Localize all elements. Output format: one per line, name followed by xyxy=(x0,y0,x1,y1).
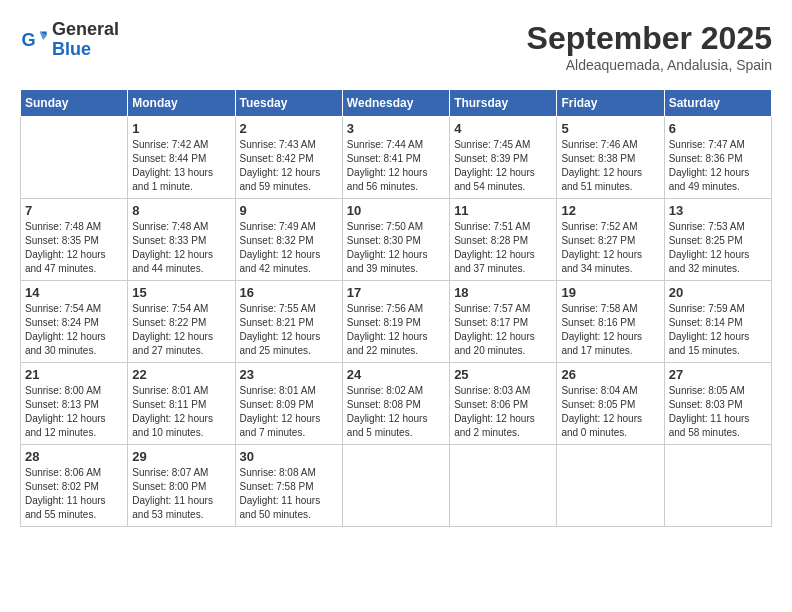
day-number: 22 xyxy=(132,367,230,382)
calendar-week-row: 14Sunrise: 7:54 AM Sunset: 8:24 PM Dayli… xyxy=(21,281,772,363)
calendar-cell: 27Sunrise: 8:05 AM Sunset: 8:03 PM Dayli… xyxy=(664,363,771,445)
calendar-cell xyxy=(557,445,664,527)
calendar-cell: 10Sunrise: 7:50 AM Sunset: 8:30 PM Dayli… xyxy=(342,199,449,281)
page-header: G General Blue September 2025 Aldeaquema… xyxy=(20,20,772,73)
weekday-header-row: SundayMondayTuesdayWednesdayThursdayFrid… xyxy=(21,90,772,117)
day-number: 9 xyxy=(240,203,338,218)
day-info: Sunrise: 7:47 AM Sunset: 8:36 PM Dayligh… xyxy=(669,138,767,194)
calendar-cell xyxy=(342,445,449,527)
logo-blue: Blue xyxy=(52,40,119,60)
day-info: Sunrise: 7:44 AM Sunset: 8:41 PM Dayligh… xyxy=(347,138,445,194)
day-number: 7 xyxy=(25,203,123,218)
day-number: 10 xyxy=(347,203,445,218)
weekday-header: Tuesday xyxy=(235,90,342,117)
day-number: 8 xyxy=(132,203,230,218)
day-number: 4 xyxy=(454,121,552,136)
logo: G General Blue xyxy=(20,20,119,60)
calendar-week-row: 21Sunrise: 8:00 AM Sunset: 8:13 PM Dayli… xyxy=(21,363,772,445)
day-info: Sunrise: 7:42 AM Sunset: 8:44 PM Dayligh… xyxy=(132,138,230,194)
day-number: 11 xyxy=(454,203,552,218)
day-number: 28 xyxy=(25,449,123,464)
calendar-cell xyxy=(450,445,557,527)
calendar-cell: 7Sunrise: 7:48 AM Sunset: 8:35 PM Daylig… xyxy=(21,199,128,281)
calendar-cell: 5Sunrise: 7:46 AM Sunset: 8:38 PM Daylig… xyxy=(557,117,664,199)
calendar-cell: 12Sunrise: 7:52 AM Sunset: 8:27 PM Dayli… xyxy=(557,199,664,281)
day-number: 16 xyxy=(240,285,338,300)
day-number: 17 xyxy=(347,285,445,300)
calendar-cell: 4Sunrise: 7:45 AM Sunset: 8:39 PM Daylig… xyxy=(450,117,557,199)
day-number: 5 xyxy=(561,121,659,136)
calendar-cell: 23Sunrise: 8:01 AM Sunset: 8:09 PM Dayli… xyxy=(235,363,342,445)
calendar-cell: 13Sunrise: 7:53 AM Sunset: 8:25 PM Dayli… xyxy=(664,199,771,281)
day-info: Sunrise: 8:05 AM Sunset: 8:03 PM Dayligh… xyxy=(669,384,767,440)
weekday-header: Saturday xyxy=(664,90,771,117)
calendar-cell: 14Sunrise: 7:54 AM Sunset: 8:24 PM Dayli… xyxy=(21,281,128,363)
day-info: Sunrise: 7:45 AM Sunset: 8:39 PM Dayligh… xyxy=(454,138,552,194)
day-info: Sunrise: 7:50 AM Sunset: 8:30 PM Dayligh… xyxy=(347,220,445,276)
logo-text: General Blue xyxy=(52,20,119,60)
calendar-cell: 25Sunrise: 8:03 AM Sunset: 8:06 PM Dayli… xyxy=(450,363,557,445)
logo-icon: G xyxy=(20,26,48,54)
calendar-cell: 6Sunrise: 7:47 AM Sunset: 8:36 PM Daylig… xyxy=(664,117,771,199)
calendar-cell: 22Sunrise: 8:01 AM Sunset: 8:11 PM Dayli… xyxy=(128,363,235,445)
calendar-cell: 19Sunrise: 7:58 AM Sunset: 8:16 PM Dayli… xyxy=(557,281,664,363)
day-info: Sunrise: 8:08 AM Sunset: 7:58 PM Dayligh… xyxy=(240,466,338,522)
title-block: September 2025 Aldeaquemada, Andalusia, … xyxy=(527,20,772,73)
logo-general: General xyxy=(52,20,119,40)
day-number: 26 xyxy=(561,367,659,382)
day-number: 12 xyxy=(561,203,659,218)
month-title: September 2025 xyxy=(527,20,772,57)
calendar: SundayMondayTuesdayWednesdayThursdayFrid… xyxy=(20,89,772,527)
calendar-cell: 21Sunrise: 8:00 AM Sunset: 8:13 PM Dayli… xyxy=(21,363,128,445)
day-info: Sunrise: 7:46 AM Sunset: 8:38 PM Dayligh… xyxy=(561,138,659,194)
calendar-cell: 9Sunrise: 7:49 AM Sunset: 8:32 PM Daylig… xyxy=(235,199,342,281)
calendar-cell: 26Sunrise: 8:04 AM Sunset: 8:05 PM Dayli… xyxy=(557,363,664,445)
day-info: Sunrise: 7:49 AM Sunset: 8:32 PM Dayligh… xyxy=(240,220,338,276)
calendar-cell xyxy=(664,445,771,527)
calendar-cell: 1Sunrise: 7:42 AM Sunset: 8:44 PM Daylig… xyxy=(128,117,235,199)
day-info: Sunrise: 7:55 AM Sunset: 8:21 PM Dayligh… xyxy=(240,302,338,358)
day-info: Sunrise: 8:03 AM Sunset: 8:06 PM Dayligh… xyxy=(454,384,552,440)
weekday-header: Sunday xyxy=(21,90,128,117)
day-number: 21 xyxy=(25,367,123,382)
day-number: 29 xyxy=(132,449,230,464)
day-number: 6 xyxy=(669,121,767,136)
calendar-cell: 29Sunrise: 8:07 AM Sunset: 8:00 PM Dayli… xyxy=(128,445,235,527)
day-number: 15 xyxy=(132,285,230,300)
calendar-week-row: 28Sunrise: 8:06 AM Sunset: 8:02 PM Dayli… xyxy=(21,445,772,527)
calendar-cell: 17Sunrise: 7:56 AM Sunset: 8:19 PM Dayli… xyxy=(342,281,449,363)
svg-text:G: G xyxy=(21,29,35,49)
day-info: Sunrise: 7:58 AM Sunset: 8:16 PM Dayligh… xyxy=(561,302,659,358)
calendar-cell: 16Sunrise: 7:55 AM Sunset: 8:21 PM Dayli… xyxy=(235,281,342,363)
day-number: 2 xyxy=(240,121,338,136)
day-info: Sunrise: 7:53 AM Sunset: 8:25 PM Dayligh… xyxy=(669,220,767,276)
day-number: 18 xyxy=(454,285,552,300)
calendar-cell: 18Sunrise: 7:57 AM Sunset: 8:17 PM Dayli… xyxy=(450,281,557,363)
day-number: 14 xyxy=(25,285,123,300)
day-number: 19 xyxy=(561,285,659,300)
calendar-week-row: 7Sunrise: 7:48 AM Sunset: 8:35 PM Daylig… xyxy=(21,199,772,281)
day-info: Sunrise: 7:57 AM Sunset: 8:17 PM Dayligh… xyxy=(454,302,552,358)
calendar-week-row: 1Sunrise: 7:42 AM Sunset: 8:44 PM Daylig… xyxy=(21,117,772,199)
calendar-cell: 30Sunrise: 8:08 AM Sunset: 7:58 PM Dayli… xyxy=(235,445,342,527)
day-number: 20 xyxy=(669,285,767,300)
day-info: Sunrise: 7:59 AM Sunset: 8:14 PM Dayligh… xyxy=(669,302,767,358)
day-info: Sunrise: 7:48 AM Sunset: 8:33 PM Dayligh… xyxy=(132,220,230,276)
day-number: 23 xyxy=(240,367,338,382)
weekday-header: Wednesday xyxy=(342,90,449,117)
day-info: Sunrise: 7:56 AM Sunset: 8:19 PM Dayligh… xyxy=(347,302,445,358)
day-info: Sunrise: 8:01 AM Sunset: 8:09 PM Dayligh… xyxy=(240,384,338,440)
location: Aldeaquemada, Andalusia, Spain xyxy=(527,57,772,73)
day-info: Sunrise: 7:43 AM Sunset: 8:42 PM Dayligh… xyxy=(240,138,338,194)
day-info: Sunrise: 8:02 AM Sunset: 8:08 PM Dayligh… xyxy=(347,384,445,440)
calendar-cell: 11Sunrise: 7:51 AM Sunset: 8:28 PM Dayli… xyxy=(450,199,557,281)
day-info: Sunrise: 8:06 AM Sunset: 8:02 PM Dayligh… xyxy=(25,466,123,522)
day-info: Sunrise: 7:52 AM Sunset: 8:27 PM Dayligh… xyxy=(561,220,659,276)
day-number: 13 xyxy=(669,203,767,218)
calendar-cell: 15Sunrise: 7:54 AM Sunset: 8:22 PM Dayli… xyxy=(128,281,235,363)
day-info: Sunrise: 7:48 AM Sunset: 8:35 PM Dayligh… xyxy=(25,220,123,276)
day-number: 27 xyxy=(669,367,767,382)
day-info: Sunrise: 7:54 AM Sunset: 8:22 PM Dayligh… xyxy=(132,302,230,358)
day-number: 30 xyxy=(240,449,338,464)
weekday-header: Monday xyxy=(128,90,235,117)
